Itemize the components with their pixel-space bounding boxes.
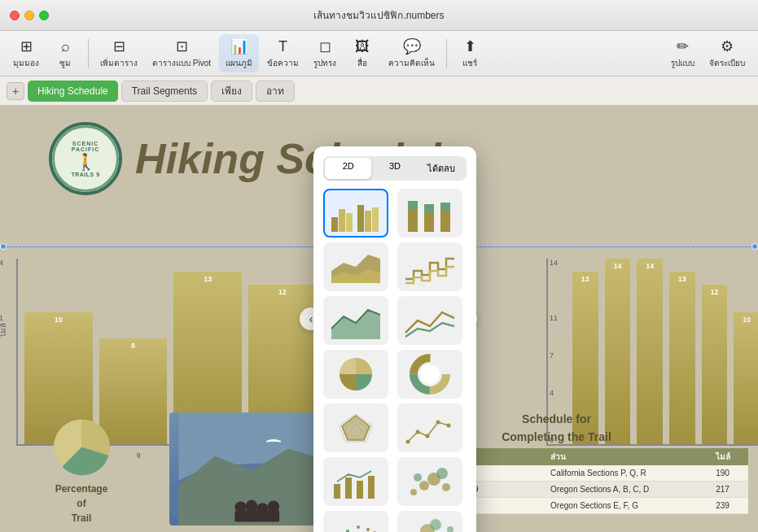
tab-alone[interactable]: เพียง: [211, 81, 252, 102]
logo-text-scenic: SCENIC: [72, 141, 99, 146]
logo-badge: SCENIC PACIFIC 🚶 TRAILS 9: [49, 122, 122, 195]
svg-rect-11: [268, 510, 279, 521]
toolbar-view-button[interactable]: ⊞ มุมมอง: [7, 34, 46, 72]
toolbar-comment-label: ความคิดเห็น: [388, 57, 435, 69]
format-icon: ✏: [677, 37, 689, 55]
selection-dot-left: [0, 243, 7, 250]
picker-line[interactable]: [397, 296, 462, 345]
toolbar-organize-button[interactable]: ⚙ จัดระเบียบ: [703, 34, 751, 72]
toolbar-format-label: รูปแบบ: [671, 57, 694, 69]
bar-label-พ: 12: [278, 288, 287, 296]
toolbar-format-button[interactable]: ✏ รูปแบบ: [664, 34, 701, 72]
logo-text-pacific: PACIFIC: [72, 146, 99, 152]
toolbar-shapes-button[interactable]: ◻ รูปทรง: [307, 34, 343, 72]
picker-bubble[interactable]: [397, 457, 462, 506]
picker-area[interactable]: [323, 296, 388, 345]
picker-scatter[interactable]: [397, 403, 462, 452]
toolbar-zoom-button[interactable]: ⌕ ซูม: [47, 35, 83, 72]
svg-point-65: [430, 519, 441, 530]
svg-rect-21: [424, 204, 434, 212]
tab-hiking-label: Hiking Schedule: [37, 85, 108, 97]
toolbar-pivot-label: ตารางแบบ Pivot: [152, 57, 211, 69]
window-title: เส้นทางชมวิวแปซิฟิก.numbers: [313, 7, 444, 23]
zoom-icon: ⌕: [61, 38, 70, 55]
svg-point-45: [410, 489, 417, 495]
svg-point-66: [447, 526, 453, 532]
svg-point-60: [357, 525, 360, 529]
add-tab-button[interactable]: +: [7, 82, 24, 100]
picker-grouped-bar[interactable]: [323, 189, 388, 238]
yaxis-11: 11: [0, 314, 3, 322]
picker-bubble-2[interactable]: [397, 511, 462, 532]
picker-pie[interactable]: [323, 350, 388, 399]
svg-rect-10: [256, 512, 268, 522]
tab-trail-segments[interactable]: Trail Segments: [121, 81, 208, 102]
bar-label-จ: 8: [131, 342, 135, 350]
toolbar-comment-button[interactable]: 💬 ความคิดเห็น: [382, 34, 441, 72]
picker-donut[interactable]: [397, 350, 462, 399]
svg-marker-35: [342, 416, 370, 440]
col-header-miles: ไมล์: [711, 448, 748, 465]
picker-scatter-2[interactable]: [323, 511, 388, 532]
tabbar: + Hiking Schedule Trail Segments เพียง อ…: [0, 76, 758, 106]
yaxis-14: 14: [0, 259, 3, 267]
selection-dot-right: [751, 243, 758, 250]
minimize-button[interactable]: [24, 11, 34, 20]
svg-point-50: [414, 473, 422, 482]
right-yaxis-11: 11: [550, 314, 558, 322]
svg-point-40: [447, 424, 451, 428]
svg-point-39: [436, 421, 440, 425]
toolbar-media-button[interactable]: 🖼 สื่อ: [344, 35, 380, 72]
close-button[interactable]: [10, 11, 20, 20]
pie-title-line2: of: [77, 498, 85, 509]
svg-point-36: [406, 440, 410, 444]
tab-segments-label: Trail Segments: [132, 85, 197, 97]
cell-section: Oregon Sections A, B, C, D: [545, 482, 711, 498]
toolbar-text-button[interactable]: T ข้อความ: [261, 35, 305, 72]
table-icon: ⊟: [113, 37, 125, 55]
picker-tab-interactive[interactable]: ได้ตลบ: [418, 158, 465, 179]
tab-hiking-schedule[interactable]: Hiking Schedule: [28, 81, 118, 102]
toolbar: ⊞ มุมมอง ⌕ ซูม ⊟ เพิ่มตาราง ⊡ ตารางแบบ P…: [0, 31, 758, 76]
right-yaxis-7: 7: [550, 351, 554, 360]
pie-section: Percentage of Trail: [0, 406, 163, 532]
maximize-button[interactable]: [39, 11, 49, 20]
chart-icon: 📊: [230, 37, 248, 55]
svg-rect-19: [408, 201, 418, 209]
share-icon: ⬆: [464, 37, 476, 55]
toolbar-table-button[interactable]: ⊟ เพิ่มตาราง: [94, 34, 144, 72]
yaxis-label: ไมล์: [0, 323, 9, 338]
svg-rect-13: [339, 209, 345, 232]
picker-tab-2d[interactable]: 2D: [325, 158, 371, 179]
add-icon: +: [12, 85, 19, 98]
svg-point-38: [426, 434, 430, 438]
picker-tab-3d[interactable]: 3D: [371, 158, 418, 179]
toolbar-chart-button[interactable]: 📊 แผนภูมิ: [219, 34, 259, 72]
media-icon: 🖼: [355, 38, 370, 55]
picker-radar[interactable]: [323, 403, 388, 452]
right-bar-label-พฤ: 14: [613, 262, 621, 270]
svg-rect-9: [246, 509, 257, 521]
toolbar-pivot-button[interactable]: ⊡ ตารางแบบ Pivot: [146, 34, 217, 72]
picker-tabs: 2D 3D ได้ตลบ: [323, 156, 467, 181]
pie-title-line3: Trail: [72, 512, 92, 524]
right-bar-label-ส: 13: [678, 275, 686, 283]
logo-hiker-icon: 🚶: [76, 152, 96, 172]
svg-point-48: [442, 483, 450, 491]
picker-stepped[interactable]: [397, 242, 462, 291]
cell-miles: 239: [711, 498, 748, 514]
comment-icon: 💬: [403, 37, 421, 55]
svg-rect-16: [365, 211, 371, 232]
svg-rect-23: [440, 203, 450, 211]
svg-rect-20: [424, 209, 434, 232]
picker-mixed[interactable]: [323, 457, 388, 506]
svg-point-56: [366, 528, 370, 531]
cell-section: California Sections P, Q, R: [545, 465, 711, 482]
picker-stacked-area[interactable]: [323, 242, 388, 291]
svg-point-37: [416, 430, 420, 434]
toolbar-share-button[interactable]: ⬆ แชร์: [452, 34, 488, 72]
shapes-icon: ◻: [319, 37, 331, 55]
picker-stacked-bar[interactable]: [397, 189, 462, 238]
tab-week[interactable]: อาท: [256, 81, 295, 102]
logo-text-trails: TRAILS 9: [71, 172, 99, 177]
